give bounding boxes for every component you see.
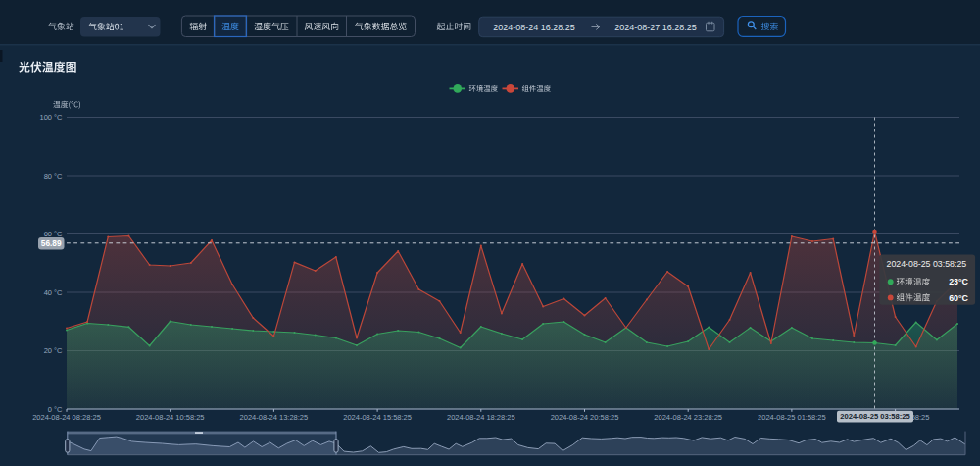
svg-text:2024-08-24 15:58:25: 2024-08-24 15:58:25 [343, 413, 412, 422]
svg-text:80 °C: 80 °C [44, 172, 63, 181]
svg-text:2024-08-24 18:28:25: 2024-08-24 18:28:25 [447, 413, 515, 422]
svg-text:100 °C: 100 °C [39, 113, 63, 122]
svg-text:2024-08-27 16:28:25: 2024-08-27 16:28:25 [614, 23, 697, 32]
svg-text:2024-08-24 23:28:25: 2024-08-24 23:28:25 [654, 413, 722, 422]
svg-text:2024-08-24 10:58:25: 2024-08-24 10:58:25 [136, 413, 205, 422]
svg-text:2024-08-24 08:28:25: 2024-08-24 08:28:25 [32, 413, 101, 422]
svg-text:2024-08-25 01:58:25: 2024-08-25 01:58:25 [758, 413, 826, 422]
svg-text:60°C: 60°C [949, 293, 968, 303]
svg-text:2024-08-25 03:58:25: 2024-08-25 03:58:25 [887, 259, 967, 269]
svg-text:56.89: 56.89 [41, 238, 62, 248]
svg-text:2024-08-24 13:28:25: 2024-08-24 13:28:25 [240, 413, 309, 422]
svg-text:2024-08-25 03:58:25: 2024-08-25 03:58:25 [840, 412, 910, 421]
svg-text:23°C: 23°C [949, 277, 968, 286]
svg-text:2024-08-24 16:28:25: 2024-08-24 16:28:25 [493, 23, 575, 32]
svg-text:40 °C: 40 °C [44, 288, 63, 297]
svg-text:60 °C: 60 °C [44, 230, 63, 238]
svg-text:2024-08-24 20:58:25: 2024-08-24 20:58:25 [551, 413, 619, 422]
svg-text:20 °C: 20 °C [44, 346, 63, 355]
